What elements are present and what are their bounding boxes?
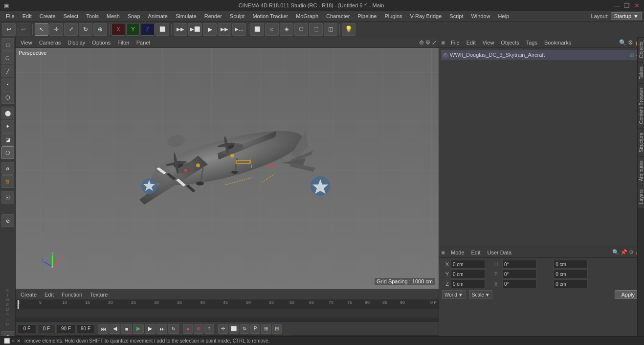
obj-objects-menu[interactable]: Objects bbox=[498, 38, 521, 47]
tool-knife[interactable]: ✦ bbox=[1, 120, 14, 133]
vp-options-menu[interactable]: Options bbox=[89, 38, 113, 47]
redo-button[interactable]: ↩ bbox=[17, 23, 30, 36]
status-icon-close[interactable]: ✕ bbox=[17, 338, 21, 344]
vp-display-menu[interactable]: Display bbox=[65, 38, 88, 47]
tool-selection[interactable]: ⬤ bbox=[1, 107, 14, 119]
tl-move-key-btn[interactable]: ✛ bbox=[218, 324, 228, 334]
function-tab[interactable]: Function bbox=[59, 290, 85, 299]
create-tab[interactable]: Create bbox=[18, 290, 40, 299]
side-tab-content-browser[interactable]: Content Browser bbox=[638, 83, 644, 128]
render-btn1[interactable]: ▶ bbox=[203, 23, 217, 36]
size-x-input[interactable]: 0 cm bbox=[554, 260, 588, 269]
stop-button[interactable]: ■ bbox=[121, 324, 132, 334]
edit-tab[interactable]: Edit bbox=[42, 290, 57, 299]
menu-sculpt[interactable]: Sculpt bbox=[226, 11, 249, 22]
tool-magnet[interactable]: ⌀ bbox=[1, 162, 14, 175]
y-axis-btn[interactable]: Y bbox=[126, 23, 140, 36]
tool-mode-point[interactable]: • bbox=[1, 78, 14, 91]
tl-rot-btn[interactable]: ↻ bbox=[240, 324, 249, 334]
next-frame-button[interactable]: ▶ bbox=[145, 324, 155, 334]
output-end-frame-input[interactable]: 90 F bbox=[76, 324, 95, 333]
render-btn3[interactable]: ▶… bbox=[232, 23, 246, 36]
h-rot-input[interactable]: 0° bbox=[502, 260, 536, 269]
close-button[interactable]: ✕ bbox=[633, 2, 640, 9]
menu-pipeline[interactable]: Pipeline bbox=[354, 11, 380, 22]
start-frame-input[interactable]: 0 F bbox=[18, 324, 36, 333]
viewport-3d[interactable]: Perspective Grid Spacing : 1000 cm bbox=[16, 48, 439, 289]
menu-create[interactable]: Create bbox=[36, 11, 60, 22]
tl-panel-btn[interactable]: ⊟ bbox=[272, 324, 282, 334]
prev-frame-button[interactable]: ◀ bbox=[110, 324, 120, 334]
select-tool[interactable]: ↖ bbox=[35, 23, 48, 36]
scale-tool[interactable]: ⤢ bbox=[64, 23, 78, 36]
z-axis-btn[interactable]: Z bbox=[141, 23, 155, 36]
free-transform-btn[interactable]: ⬜ bbox=[155, 23, 169, 36]
side-tab-structure[interactable]: Structure bbox=[638, 128, 644, 157]
tl-record-btn[interactable]: ● bbox=[183, 324, 193, 334]
size-z-input[interactable]: 0 cm bbox=[554, 279, 588, 288]
tool-snap[interactable]: ⊡ bbox=[1, 191, 14, 204]
tool-sculpt-s[interactable]: S bbox=[1, 175, 14, 188]
tl-grid-btn[interactable]: ⊞ bbox=[261, 324, 271, 334]
tl-key-btn[interactable]: ? bbox=[204, 324, 214, 334]
view-sphere-btn[interactable]: ○ bbox=[265, 23, 279, 36]
view-poly-btn[interactable]: ◈ bbox=[280, 23, 293, 36]
vp-filter-menu[interactable]: Filter bbox=[114, 38, 132, 47]
attr-edit-menu[interactable]: Edit bbox=[469, 248, 483, 257]
rotate-tool[interactable]: ↻ bbox=[79, 23, 92, 36]
vp-move-icon[interactable]: ⟰ bbox=[419, 39, 424, 46]
view-wire-btn[interactable]: ⬡ bbox=[294, 23, 308, 36]
end-frame-input[interactable]: 90 F bbox=[57, 324, 75, 333]
vp-view-menu[interactable]: View bbox=[18, 38, 35, 47]
menu-help[interactable]: Help bbox=[494, 11, 513, 22]
loop-button[interactable]: ↻ bbox=[168, 324, 179, 334]
render-region-btn[interactable]: ▶⬜ bbox=[188, 23, 202, 36]
vp-fullscreen-icon[interactable]: ⤢ bbox=[432, 39, 437, 46]
side-tab-layers[interactable]: Layers bbox=[638, 185, 644, 208]
side-tab-takes[interactable]: Takes bbox=[638, 62, 644, 83]
texture-tab[interactable]: Texture bbox=[87, 290, 111, 299]
menu-window[interactable]: Window bbox=[467, 11, 494, 22]
b-rot-input[interactable]: 0° bbox=[502, 279, 536, 288]
menu-mograph[interactable]: MoGraph bbox=[292, 11, 322, 22]
side-tab-attributes[interactable]: Attributes bbox=[638, 156, 644, 185]
menu-script[interactable]: Script bbox=[445, 11, 467, 22]
menu-file[interactable]: File bbox=[2, 11, 19, 22]
status-icon-1[interactable]: ⬜ bbox=[4, 338, 10, 344]
timeline-track[interactable] bbox=[16, 309, 439, 318]
maximize-button[interactable]: ❐ bbox=[623, 2, 630, 9]
menu-character[interactable]: Character bbox=[322, 11, 354, 22]
tl-sel-btn[interactable]: ⬜ bbox=[229, 324, 239, 334]
tool-mode-poly[interactable]: ⬡ bbox=[1, 51, 14, 64]
light-btn[interactable]: 💡 bbox=[342, 23, 355, 36]
move-tool[interactable]: ✛ bbox=[49, 23, 63, 36]
render-pic-btn[interactable]: ◫ bbox=[324, 23, 337, 36]
view-tex-btn[interactable]: ⬚ bbox=[309, 23, 323, 36]
menu-mesh[interactable]: Mesh bbox=[103, 11, 124, 22]
z-pos-input[interactable]: 0 cm bbox=[451, 279, 485, 288]
attr-mode-menu[interactable]: Mode bbox=[448, 248, 467, 257]
obj-settings-icon[interactable]: ⚙ bbox=[628, 39, 633, 46]
size-y-input[interactable]: 0 cm bbox=[554, 270, 588, 278]
transform-tool[interactable]: ⊕ bbox=[93, 23, 107, 36]
menu-select[interactable]: Select bbox=[60, 11, 83, 22]
p-rot-input[interactable]: 0° bbox=[502, 270, 536, 278]
render-viewport-btn[interactable]: ▶▶ bbox=[174, 23, 187, 36]
object-item-aircraft[interactable]: ◎ WWII_Douglas_DC_3_Skytrain_Aircraft ⊞ … bbox=[441, 50, 642, 60]
x-axis-btn[interactable]: X bbox=[111, 23, 125, 36]
menu-tools[interactable]: Tools bbox=[82, 11, 103, 22]
play-forward-button[interactable]: ▶ bbox=[133, 324, 144, 334]
obj-bookmarks-menu[interactable]: Bookmarks bbox=[542, 38, 574, 47]
obj-view-menu[interactable]: View bbox=[480, 38, 497, 47]
minimize-button[interactable]: — bbox=[614, 2, 621, 9]
tool-extrude[interactable]: ⬡ bbox=[1, 146, 14, 159]
menu-simulate[interactable]: Simulate bbox=[172, 11, 200, 22]
current-frame-input[interactable]: 0 F bbox=[37, 324, 56, 333]
render-btn2[interactable]: ▶▶ bbox=[218, 23, 231, 36]
y-pos-input[interactable]: 0 cm bbox=[451, 270, 485, 278]
tool-model[interactable]: ⬡ bbox=[1, 91, 14, 104]
obj-file-menu[interactable]: File bbox=[448, 38, 462, 47]
layout-dropdown[interactable]: Startup ▼ bbox=[611, 12, 642, 20]
attr-pin-icon[interactable]: 📌 bbox=[621, 249, 627, 255]
scale-dropdown[interactable]: Scale ▼ bbox=[469, 290, 492, 299]
